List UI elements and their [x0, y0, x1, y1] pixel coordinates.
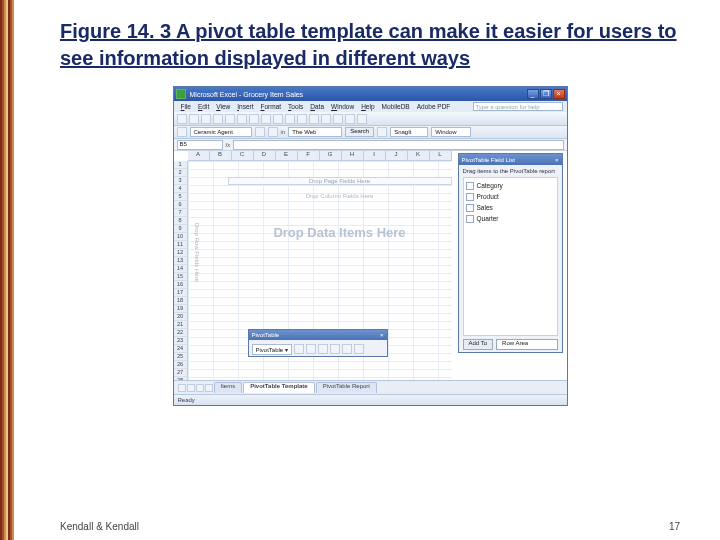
agent-icon[interactable] [177, 127, 187, 137]
drop-column-fields[interactable]: Drop Column Fields Here [228, 193, 452, 201]
pivottable-toolbar-header[interactable]: PivotTable × [249, 330, 387, 340]
sheet-tab-pivot-template[interactable]: PivotTable Template [243, 382, 314, 393]
col-L[interactable]: L [430, 151, 452, 160]
field-item-product[interactable]: Product [466, 191, 555, 202]
field-item-sales[interactable]: Sales [466, 202, 555, 213]
pivottable-toolbar[interactable]: PivotTable × PivotTable ▾ [248, 329, 388, 357]
drop-data-items[interactable]: Drop Data Items Here [228, 225, 452, 240]
col-A[interactable]: A [188, 151, 210, 160]
pivot-settings-icon[interactable] [342, 344, 352, 354]
row-25[interactable]: 25 [174, 353, 187, 361]
row-14[interactable]: 14 [174, 265, 187, 273]
paste-icon[interactable] [273, 114, 283, 124]
formula-bar[interactable] [233, 140, 563, 150]
autosum-icon[interactable] [309, 114, 319, 124]
row-20[interactable]: 20 [174, 313, 187, 321]
pivottable-field-list[interactable]: PivotTable Field List × Drag items to th… [458, 153, 563, 353]
search-button[interactable]: Search [345, 127, 374, 137]
col-K[interactable]: K [408, 151, 430, 160]
drop-page-fields[interactable]: Drop Page Fields Here [228, 177, 452, 185]
back-icon[interactable] [255, 127, 265, 137]
cell-grid[interactable]: Drop Page Fields Here Drop Column Fields… [188, 161, 452, 380]
row-5[interactable]: 5 [174, 193, 187, 201]
tab-scroll-prev-icon[interactable] [187, 384, 195, 392]
tab-scroll-next-icon[interactable] [196, 384, 204, 392]
menu-mobiledb[interactable]: MobileDB [379, 103, 413, 110]
row-18[interactable]: 18 [174, 297, 187, 305]
row-27[interactable]: 27 [174, 369, 187, 377]
row-2[interactable]: 2 [174, 169, 187, 177]
window-select[interactable]: Window [431, 127, 471, 137]
help-search-input[interactable]: Type a question for help [473, 102, 563, 111]
cut-icon[interactable] [249, 114, 259, 124]
save-icon[interactable] [201, 114, 211, 124]
chart-wizard-icon[interactable] [345, 114, 355, 124]
add-to-button[interactable]: Add To [463, 339, 494, 350]
row-23[interactable]: 23 [174, 337, 187, 345]
agent-select[interactable]: Ceramic Agent [190, 127, 252, 137]
drop-row-fields[interactable]: Drop Row Fields Here [192, 205, 200, 301]
undo-icon[interactable] [285, 114, 295, 124]
col-G[interactable]: G [320, 151, 342, 160]
sheet-tab-items[interactable]: Items [214, 382, 243, 393]
row-17[interactable]: 17 [174, 289, 187, 297]
pivot-hide-icon[interactable] [318, 344, 328, 354]
tab-scroll-first-icon[interactable] [178, 384, 186, 392]
snagit-select[interactable]: SnagIt [390, 127, 428, 137]
print-preview-icon[interactable] [225, 114, 235, 124]
row-3[interactable]: 3 [174, 177, 187, 185]
zoom-icon[interactable] [357, 114, 367, 124]
col-H[interactable]: H [342, 151, 364, 160]
close-button[interactable]: × [553, 89, 565, 99]
col-I[interactable]: I [364, 151, 386, 160]
menu-tools[interactable]: Tools [285, 103, 306, 110]
copy-icon[interactable] [261, 114, 271, 124]
pivottable-menu-dropdown[interactable]: PivotTable ▾ [252, 344, 292, 355]
menu-file[interactable]: File [178, 103, 195, 110]
pivot-fieldlist-icon[interactable] [354, 344, 364, 354]
sheet-tab-pivot-report[interactable]: PivotTable Report [316, 382, 377, 393]
row-21[interactable]: 21 [174, 321, 187, 329]
col-J[interactable]: J [386, 151, 408, 160]
row-9[interactable]: 9 [174, 225, 187, 233]
search-scope-select[interactable]: The Web [288, 127, 342, 137]
sort-asc-icon[interactable] [321, 114, 331, 124]
col-D[interactable]: D [254, 151, 276, 160]
row-16[interactable]: 16 [174, 281, 187, 289]
name-box[interactable]: B5 [177, 140, 223, 150]
col-E[interactable]: E [276, 151, 298, 160]
new-icon[interactable] [177, 114, 187, 124]
snagit-icon[interactable] [377, 127, 387, 137]
menu-format[interactable]: Format [257, 103, 284, 110]
col-C[interactable]: C [232, 151, 254, 160]
field-item-quarter[interactable]: Quarter [466, 213, 555, 224]
pivot-refresh-icon[interactable] [330, 344, 340, 354]
col-F[interactable]: F [298, 151, 320, 160]
print-icon[interactable] [213, 114, 223, 124]
field-list-header[interactable]: PivotTable Field List × [459, 154, 562, 165]
col-B[interactable]: B [210, 151, 232, 160]
row-7[interactable]: 7 [174, 209, 187, 217]
pivot-chart-icon[interactable] [306, 344, 316, 354]
row-8[interactable]: 8 [174, 217, 187, 225]
row-10[interactable]: 10 [174, 233, 187, 241]
row-1[interactable]: 1 [174, 161, 187, 169]
maximize-button[interactable]: ❐ [540, 89, 552, 99]
redo-icon[interactable] [297, 114, 307, 124]
menu-insert[interactable]: Insert [234, 103, 256, 110]
row-24[interactable]: 24 [174, 345, 187, 353]
window-titlebar[interactable]: Microsoft Excel - Grocery Item Sales _ ❐… [174, 87, 567, 101]
menu-help[interactable]: Help [358, 103, 377, 110]
pivottable-toolbar-close-icon[interactable]: × [380, 332, 384, 338]
row-26[interactable]: 26 [174, 361, 187, 369]
menu-view[interactable]: View [213, 103, 233, 110]
row-22[interactable]: 22 [174, 329, 187, 337]
menu-adobe-pdf[interactable]: Adobe PDF [414, 103, 454, 110]
row-12[interactable]: 12 [174, 249, 187, 257]
row-6[interactable]: 6 [174, 201, 187, 209]
area-select[interactable]: Row Area [496, 339, 557, 350]
minimize-button[interactable]: _ [527, 89, 539, 99]
spellcheck-icon[interactable] [237, 114, 247, 124]
sort-desc-icon[interactable] [333, 114, 343, 124]
field-list-close-icon[interactable]: × [555, 157, 559, 163]
